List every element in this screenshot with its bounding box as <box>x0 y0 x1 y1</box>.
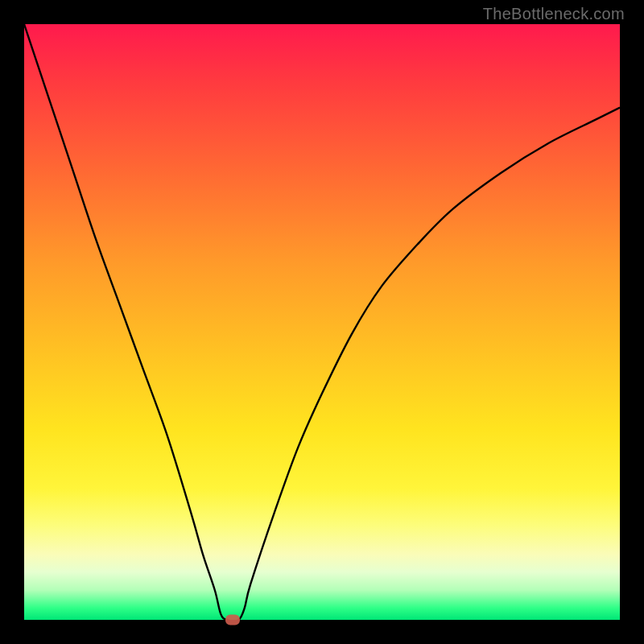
min-marker <box>225 615 240 625</box>
watermark-text: TheBottleneck.com <box>483 5 625 23</box>
bottleneck-curve <box>24 24 620 620</box>
curve-path <box>24 24 620 620</box>
plot-area <box>24 24 620 620</box>
chart-frame: TheBottleneck.com <box>0 0 644 644</box>
